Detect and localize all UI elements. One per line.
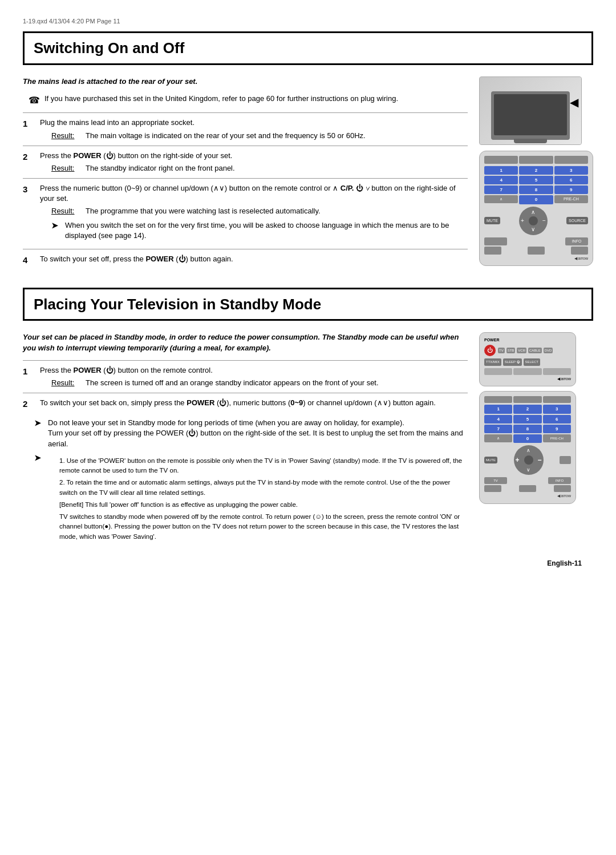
step2-result-row: Result: The standby indicator right on t… [51, 163, 468, 174]
s2-step1: 1 Press the POWER (⏻) button on the remo… [23, 360, 468, 393]
section-switching: Switching On and Off The mains lead is a… [23, 31, 593, 271]
s2-step2-text: To switch your set back on, simply press… [40, 398, 436, 407]
step1-result-row: Result: The main voltage is indicated on… [51, 131, 468, 141]
step3-arrow-text: When you switch the set on for the very … [65, 220, 468, 241]
s2-step2-num: 2 [23, 398, 34, 410]
small-note-standby: TV switches to standby mode when powered… [59, 512, 468, 542]
s2-arrow-note1: ➤ Do not leave your set in Standby mode … [34, 418, 468, 449]
section1-note: ☎ If you have purchased this set in the … [29, 94, 468, 107]
remote-illustration-2b: 1 2 3 4 5 6 7 8 9 ∧ 0 PRE-CH [479, 391, 576, 504]
step4-num: 4 [23, 254, 34, 266]
phone-icon: ☎ [29, 94, 40, 107]
s2-step1-result-row: Result: The screen is turned off and an … [51, 378, 468, 388]
section2-content: Your set can be placed in Standby mode, … [23, 332, 468, 547]
page: 1-19.qxd 4/13/04 4:20 PM Page 11 Switchi… [0, 0, 616, 855]
step1-text: Plug the mains lead into an appropriate … [40, 118, 194, 127]
arrow-icon-3: ➤ [34, 453, 43, 464]
s2-arrow-note1-text: Do not leave your set in Standby mode fo… [48, 418, 468, 449]
arrow-icon-2: ➤ [34, 418, 43, 429]
step4: 4 To switch your set off, press the POWE… [23, 249, 468, 271]
page-footer: English-11 [23, 559, 593, 568]
step3-result-text: The programme that you were watching las… [86, 206, 321, 216]
step4-content: To switch your set off, press the POWER … [40, 254, 468, 264]
step1-content: Plug the mains lead into an appropriate … [40, 118, 468, 140]
s2-step1-num: 1 [23, 365, 34, 377]
section2-title: Placing Your Television in Standby Mode [23, 288, 593, 321]
section1-title: Switching On and Off [23, 31, 593, 64]
section1-content: The mains lead is attached to the rear o… [23, 76, 468, 271]
section2-remote-col: POWER ⏻ TV STB VCR CABLE DVD TTX/MIX [479, 332, 593, 547]
step1-num: 1 [23, 118, 34, 130]
section1-remote-col: ◀ 1 2 3 4 5 [479, 76, 593, 271]
step3-content: Press the numeric button (0~9) or channe… [40, 183, 468, 244]
section1-bold-intro: The mains lead is attached to the rear o… [23, 76, 468, 87]
step1: 1 Plug the mains lead into an appropriat… [23, 112, 468, 145]
step4-text: To switch your set off, press the POWER … [40, 255, 233, 263]
section-standby: Placing Your Television in Standby Mode … [23, 288, 593, 547]
arrow-icon-1: ➤ [51, 220, 60, 232]
step2-content: Press the POWER (⏻) button on the right-… [40, 151, 468, 174]
step3-result-row: Result: The programme that you were watc… [51, 206, 468, 216]
s2-step2-content: To switch your set back on, simply press… [40, 398, 468, 408]
step3-text: Press the numeric button (0~9) or channe… [40, 184, 456, 203]
step2-num: 2 [23, 151, 34, 163]
s2-step1-content: Press the POWER (⏻) button on the remote… [40, 365, 468, 388]
step1-result-text: The main voltage is indicated on the rea… [86, 131, 366, 141]
s2-arrow-note2: ➤ 1. Use of the 'POWER' button on the re… [34, 453, 468, 544]
step1-result-label: Result: [51, 131, 80, 141]
s2-step2: 2 To switch your set back on, simply pre… [23, 393, 468, 414]
s2-step1-result-label: Result: [51, 378, 80, 388]
step3: 3 Press the numeric button (0~9) or chan… [23, 178, 468, 249]
step2-result-text: The standby indicator right on the front… [86, 163, 235, 174]
remote-illustration-1: 1 2 3 4 5 6 7 8 9 ∧ 0 PRE-CH [479, 151, 593, 267]
power-label-2: POWER [484, 337, 571, 343]
tv-image: ◀ [479, 76, 582, 145]
step3-result-label: Result: [51, 206, 80, 216]
step2-text: Press the POWER (⏻) button on the right-… [40, 151, 232, 160]
s2-step1-result-text: The screen is turned off and an orange s… [86, 378, 379, 388]
step2-result-label: Result: [51, 163, 80, 174]
section2-bold-intro: Your set can be placed in Standby mode, … [23, 332, 468, 353]
small-note-benefit: [Benefit] This full 'power off' function… [59, 500, 468, 510]
s2-step1-text: Press the POWER (⏻) button on the remote… [40, 366, 213, 374]
small-note-1: 1. Use of the 'POWER' button on the remo… [59, 456, 468, 476]
step3-arrow-note: ➤ When you switch the set on for the ver… [51, 220, 468, 241]
step3-num: 3 [23, 183, 34, 195]
remote-illustration-2a: POWER ⏻ TV STB VCR CABLE DVD TTX/MIX [479, 332, 576, 386]
small-note-2: 2. To retain the time and or automatic a… [59, 478, 468, 498]
file-header: 1-19.qxd 4/13/04 4:20 PM Page 11 [23, 17, 593, 26]
section1-note-text: If you have purchased this set in the Un… [44, 94, 398, 104]
step2: 2 Press the POWER (⏻) button on the righ… [23, 146, 468, 178]
s2-small-notes: 1. Use of the 'POWER' button on the remo… [59, 456, 468, 544]
